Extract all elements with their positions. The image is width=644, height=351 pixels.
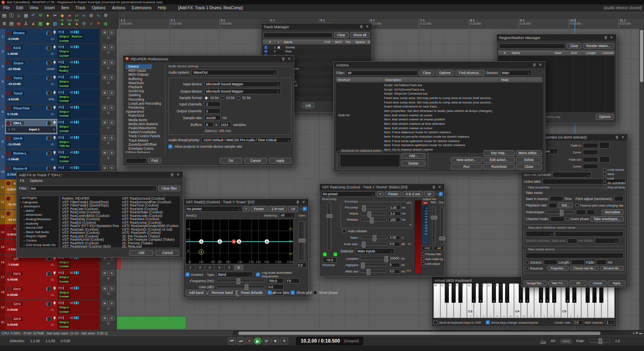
action-row[interactable]: Item: Force balanced mode for stretch ma… [336, 130, 542, 135]
input-device-dropdown[interactable]: Microsoft Sound Mapper [204, 81, 281, 87]
fade-out-curve-field[interactable] [583, 164, 598, 169]
metronome-icon[interactable]: ⌂ [15, 12, 22, 19]
selection-end[interactable]: 1.1.00 [45, 339, 55, 343]
comp-icon[interactable]: Comp▲ [66, 20, 73, 27]
apply-button[interactable]: Apply [269, 158, 291, 163]
prefs-nav-midi-outputs[interactable]: MIDI Outputs [126, 72, 164, 76]
piano-black-key[interactable] [445, 283, 449, 303]
pan-knob[interactable] [46, 76, 52, 81]
pan-field[interactable] [587, 210, 595, 215]
pin-icon[interactable]: ⚲ [432, 185, 435, 190]
track-row-6[interactable]: 6FloorTom0.72dB-C-FXIOStripLirContairMS⊘ [0, 104, 117, 119]
fx-button[interactable]: FXIO [58, 105, 99, 109]
fx-list-item[interactable]: VST: ReaGate (Cockos) [62, 228, 119, 231]
env-slider[interactable] [360, 206, 387, 209]
fx-tree-item[interactable]: – Cockos [19, 239, 59, 243]
format-radio-24bit[interactable] [221, 96, 224, 100]
item-edit-icon[interactable]: ◆ [59, 12, 66, 19]
addfx-menu-options[interactable]: Options [30, 179, 43, 183]
stop-button[interactable]: ⏹ [271, 337, 279, 345]
close-icon[interactable]: ✕ [437, 185, 442, 189]
close-icon[interactable]: ✕ [301, 200, 306, 204]
fx-badge[interactable]: Contair [58, 99, 70, 103]
action-row[interactable]: Item: Edit stretch marker at cursor [336, 126, 542, 130]
fx-list-item[interactable]: VST: ReaLimit (Cockos) [62, 235, 119, 238]
channel-mode-field[interactable] [550, 217, 565, 222]
track-input-selector[interactable]: ↗FXInput 1▾ [6, 126, 56, 132]
track-volume-db[interactable]: 0.72dB [7, 112, 18, 116]
env-icon[interactable]: ⊘ [107, 96, 110, 100]
detector-dropdown[interactable]: Main Inputs [356, 248, 394, 254]
timeline-ruler[interactable]: 1.10:00.0002.10:02.0003.10:04.0004.10:06… [118, 18, 644, 29]
sample-rate-field[interactable]: 44100 [204, 115, 221, 120]
midi-channel-dropdown[interactable]: 1 [605, 320, 615, 325]
pin-icon[interactable]: ♦ [44, 12, 51, 19]
lowpass-slider[interactable] [359, 257, 387, 260]
record-arm-button[interactable] [6, 181, 10, 186]
input-channels-field[interactable]: 2 [204, 101, 221, 107]
pan-knob[interactable] [46, 271, 52, 277]
ratio-value[interactable]: 4.00 [388, 235, 400, 240]
fx-badge[interactable]: StripLir [58, 275, 70, 279]
env-badge[interactable]: none [560, 339, 572, 343]
fx-list-item[interactable]: JS: Dis-Treasure (Tukan) [122, 235, 179, 238]
piano-white-key[interactable] [608, 283, 615, 318]
ui-button[interactable]: UI [424, 191, 434, 197]
fx-badge[interactable]: StripLir [58, 125, 70, 129]
fx-enabled-checkbox[interactable]: ✓ [303, 207, 307, 211]
track-name[interactable]: Drums [12, 31, 27, 35]
length2-field[interactable] [571, 260, 585, 265]
key-map-button[interactable]: Key map... [483, 150, 515, 156]
tools-icon[interactable]: ⚙ [102, 12, 109, 19]
auto-release-checkbox[interactable] [342, 229, 346, 233]
section-checkbox[interactable] [526, 261, 529, 264]
info-icon[interactable]: ⓘ [8, 12, 15, 19]
eq-tab-4[interactable]: 4 [215, 264, 224, 270]
fx-button[interactable]: FXIO [58, 120, 99, 124]
record-arm-button[interactable] [6, 106, 10, 110]
solo-button[interactable]: S [109, 75, 115, 80]
menu-insert[interactable]: Insert [45, 6, 55, 10]
fx-badge[interactable]: StripLir [58, 65, 70, 69]
record-arm-button[interactable] [6, 61, 10, 65]
preserve-pitch-checkbox[interactable] [576, 204, 579, 207]
fx-list[interactable]: ReWire: REAPERVST: FilterFreak1 (SoundTo… [60, 196, 180, 248]
fx-badge[interactable]: StripLir [58, 291, 70, 295]
fx-button[interactable]: FXIO [58, 45, 99, 49]
mute-button[interactable]: M [102, 286, 108, 291]
action-row[interactable]: Item: Force tonal-optimized mode for str… [336, 139, 542, 143]
monitor-icon[interactable]: ♙ [23, 20, 29, 27]
pan-knob[interactable] [46, 31, 52, 36]
check-lock[interactable] [603, 177, 606, 180]
fx-list-item[interactable]: VST: ReaXcomp (Cockos) [122, 221, 179, 225]
eq-tab-1[interactable]: 1 [186, 264, 195, 270]
fx-badge[interactable]: Contair [58, 264, 70, 268]
bpm-value[interactable]: 120 [540, 341, 546, 345]
reverse-checkbox[interactable] [526, 267, 529, 270]
track-volume-db[interactable]: -3.24dB [7, 37, 19, 41]
fx-button[interactable]: FXIO [58, 270, 99, 275]
fx-badge[interactable]: ReaCon [71, 35, 83, 39]
fx-list-item[interactable]: VST: ReaPitch (Cockos) [62, 242, 119, 245]
track-pan-value[interactable]: -C- [51, 293, 56, 297]
rename-file-button[interactable]: Rename file... [600, 266, 624, 270]
prefs-nav-ruler-grid[interactable]: Ruler/Grid [126, 114, 164, 118]
fx-tree[interactable]: › All Plugins› Categories⌄ Developers– A… [19, 196, 59, 248]
solo-button[interactable]: S [109, 105, 115, 110]
prefs-nav-rendering[interactable]: Rendering [126, 105, 164, 109]
stretch-marker-mode-dropdown[interactable] [595, 238, 619, 244]
record-arm-button[interactable] [6, 121, 10, 126]
normalise-button[interactable]: Normalise [602, 209, 623, 215]
track-pan-value[interactable]: -C- [51, 278, 56, 281]
selection-start[interactable]: 1.1.00 [30, 339, 40, 343]
prefs-nav-peaks-waveforms[interactable]: Peaks/Waveforms [126, 126, 164, 130]
go-to-end-button[interactable]: ⏭ [237, 337, 245, 345]
fx-button[interactable]: FXIO [58, 316, 99, 320]
routing-button[interactable]: 4 in 2 out [402, 191, 423, 197]
transport-time-display[interactable]: 10.2.00 / 0:18.500 [Stopped] [296, 337, 363, 345]
save-preset-button[interactable]: + [243, 206, 250, 212]
fx-list-item[interactable]: VST: ReaFir (FFT EQ+Dynamics Processor) … [62, 224, 119, 228]
action-row[interactable]: Fixed lane comp area: Set loop points to… [336, 96, 542, 100]
menu-actions[interactable]: Actions [112, 6, 125, 10]
eq-tab-3[interactable]: 3 [205, 264, 215, 270]
